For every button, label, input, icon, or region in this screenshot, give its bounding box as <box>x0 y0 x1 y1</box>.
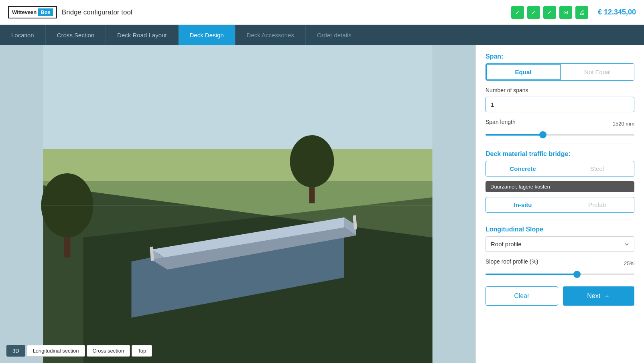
nav-deck-design[interactable]: Deck Design <box>179 25 236 45</box>
material-row-2: In-situ Prefab <box>486 197 634 213</box>
span-length-value: 1520 mm <box>613 121 634 127</box>
svg-rect-0 <box>43 45 433 149</box>
num-spans-section: Number of spans <box>486 87 634 112</box>
icon-print[interactable]: 🖨 <box>575 6 588 19</box>
scene-svg <box>0 45 475 363</box>
material-prefab-btn[interactable]: Prefab <box>560 197 634 213</box>
logo-bos: Bos <box>38 8 53 16</box>
svg-rect-15 <box>64 237 71 258</box>
svg-point-12 <box>290 135 334 187</box>
slope-label: Slope roof profile (%) <box>486 258 538 265</box>
logo-area: Witteveen Bos Bridge configurator tool <box>8 6 132 18</box>
action-buttons: Clear Next → <box>486 286 634 306</box>
logo-witteveen: Witteveen <box>12 9 37 15</box>
app-title: Bridge configurator tool <box>62 8 132 16</box>
right-panel: Span: Equal Not Equal Number of spans Sp… <box>475 45 644 363</box>
3d-viewport: 3D Longitudinal section Cross section To… <box>0 45 475 363</box>
view-btn-cross[interactable]: Cross section <box>87 345 130 357</box>
material-steel-btn[interactable]: Steel <box>560 161 634 176</box>
num-spans-input[interactable] <box>486 97 634 112</box>
nav-deck-road-layout[interactable]: Deck Road Layout <box>106 25 178 45</box>
view-controls: 3D Longitudinal section Cross section To… <box>6 345 152 357</box>
longitudinal-slope-label: Longitudinal Slope <box>486 226 634 233</box>
app-header: Witteveen Bos Bridge configurator tool ✓… <box>0 0 644 25</box>
icon-check-4[interactable]: ✉ <box>559 6 572 19</box>
divider-2 <box>486 219 634 219</box>
longitudinal-slope-section: Longitudinal Slope Roof profile Flat Cus… <box>486 226 634 252</box>
svg-rect-13 <box>309 187 315 203</box>
slope-value: 25% <box>624 260 634 266</box>
header-icons: ✓ ✓ ✓ ✉ 🖨 € 12.345,00 <box>511 6 636 19</box>
next-button[interactable]: Next → <box>563 286 635 306</box>
tooltip-concrete: Duurzamer, lagere kosten <box>486 181 634 192</box>
nav-order-details: Order details <box>306 25 363 45</box>
slope-section: Slope roof profile (%) 25% <box>486 258 634 277</box>
span-length-section: Span length 1520 mm <box>486 119 634 137</box>
slope-slider[interactable] <box>486 274 634 275</box>
material-group: Concrete Steel Duurzamer, lagere kosten … <box>486 161 634 213</box>
material-row-1: Concrete Steel <box>486 161 634 176</box>
span-section: Span: Equal Not Equal <box>486 53 634 81</box>
nav-location[interactable]: Location <box>0 25 46 45</box>
icon-check-2[interactable]: ✓ <box>527 6 540 19</box>
nav-deck-accessories: Deck Accessories <box>236 25 306 45</box>
span-equal-btn[interactable]: Equal <box>486 64 561 80</box>
main-nav: Location Cross Section Deck Road Layout … <box>0 25 644 45</box>
view-btn-top[interactable]: Top <box>132 345 152 357</box>
nav-cross-section[interactable]: Cross Section <box>46 25 106 45</box>
material-insitu-btn[interactable]: In-situ <box>486 197 560 213</box>
clear-button[interactable]: Clear <box>486 286 558 306</box>
logo-box: Witteveen Bos <box>8 6 57 18</box>
deck-material-label: Deck material traffic bridge: <box>486 150 634 158</box>
icon-check-3[interactable]: ✓ <box>543 6 556 19</box>
span-option-group: Equal Not Equal <box>486 63 634 81</box>
span-length-slider[interactable] <box>486 134 634 136</box>
view-btn-3d[interactable]: 3D <box>6 345 25 357</box>
num-spans-label: Number of spans <box>486 87 634 93</box>
view-btn-longitudinal[interactable]: Longitudinal section <box>27 345 85 357</box>
deck-material-section: Deck material traffic bridge: Concrete S… <box>486 150 634 213</box>
icon-check-1[interactable]: ✓ <box>511 6 524 19</box>
price-display: € 12.345,00 <box>598 8 636 16</box>
span-label: Span: <box>486 53 634 60</box>
roof-profile-select[interactable]: Roof profile Flat Custom <box>486 236 634 252</box>
main-content: 3D Longitudinal section Cross section To… <box>0 45 644 363</box>
span-notequal-btn[interactable]: Not Equal <box>561 64 634 80</box>
material-concrete-btn[interactable]: Concrete <box>486 161 560 176</box>
divider-1 <box>486 144 634 144</box>
span-length-label: Span length <box>486 119 516 125</box>
